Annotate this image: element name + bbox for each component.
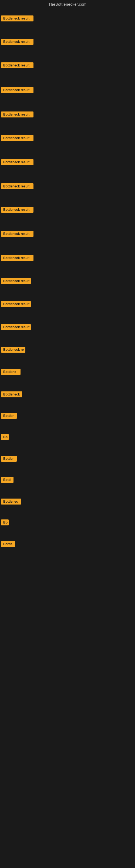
bottleneck-row: Bottleneck result xyxy=(1,16,34,23)
bottleneck-row: Bottleneck result xyxy=(1,87,34,94)
bottleneck-row: Bottleneck result xyxy=(1,62,34,69)
bottleneck-badge[interactable]: Bottleneck result xyxy=(1,62,34,68)
bottleneck-row: Bottle xyxy=(1,541,15,548)
bottleneck-row: Bottleneck result xyxy=(1,231,34,238)
bottleneck-row: Bottleneck result xyxy=(1,39,34,46)
bottleneck-badge[interactable]: Bottleneck result xyxy=(1,301,31,307)
bottleneck-row: Bottleneck result xyxy=(1,301,31,308)
bottleneck-row: Bottleneck result xyxy=(1,278,31,285)
bottleneck-row: Bottlene xyxy=(1,369,20,376)
bottleneck-badge[interactable]: Bottle xyxy=(1,541,15,547)
bottleneck-badge[interactable]: Bottlenec xyxy=(1,499,21,504)
bottleneck-row: Bottl xyxy=(1,477,13,484)
bottleneck-badge[interactable]: Bottleneck result xyxy=(1,135,34,141)
bottleneck-row: Bottleneck result xyxy=(1,159,34,166)
bottleneck-row: Bottleneck result xyxy=(1,207,34,214)
bottleneck-badge[interactable]: Bottler xyxy=(1,413,17,419)
bottleneck-row: Bottleneck re xyxy=(1,347,26,354)
bottleneck-badge[interactable]: Bottleneck result xyxy=(1,87,34,93)
site-title: TheBottlenecker.com xyxy=(0,0,135,9)
bottleneck-row: Bottleneck result xyxy=(1,324,31,331)
bottleneck-badge[interactable]: Bottleneck xyxy=(1,392,22,397)
bottleneck-row: Bottleneck result xyxy=(1,183,34,190)
bottleneck-badge[interactable]: Bottleneck result xyxy=(1,278,31,284)
bottleneck-row: Bottler xyxy=(1,456,17,463)
bottleneck-row: Bottleneck result xyxy=(1,112,34,119)
bottleneck-badge[interactable]: Bottlene xyxy=(1,369,20,375)
bottleneck-row: Bottleneck result xyxy=(1,255,34,262)
bottleneck-row: Bottleneck result xyxy=(1,135,34,142)
bottleneck-badge[interactable]: Bottleneck result xyxy=(1,207,34,213)
bottleneck-badge[interactable]: Bottl xyxy=(1,477,13,483)
bottleneck-badge[interactable]: Bottleneck re xyxy=(1,347,26,352)
bottleneck-badge[interactable]: Bo xyxy=(1,434,9,440)
bottleneck-badge[interactable]: Bottleneck result xyxy=(1,183,34,189)
bottleneck-row: Bottleneck xyxy=(1,392,22,399)
bottleneck-row: Bo xyxy=(1,434,9,441)
bottleneck-badge[interactable]: Bottleneck result xyxy=(1,255,34,261)
bottleneck-row: Bottler xyxy=(1,413,17,420)
bottleneck-badge[interactable]: Bottleneck result xyxy=(1,324,31,330)
bottleneck-row: Bo xyxy=(1,520,9,527)
page-wrapper: TheBottlenecker.com Bottleneck resultBot… xyxy=(0,0,135,868)
bottleneck-badge[interactable]: Bottleneck result xyxy=(1,112,34,118)
bottleneck-row: Bottlenec xyxy=(1,499,21,506)
bottleneck-badge[interactable]: Bottleneck result xyxy=(1,39,34,45)
bottleneck-badge[interactable]: Bo xyxy=(1,520,9,525)
bottleneck-badge[interactable]: Bottler xyxy=(1,456,17,462)
bottleneck-badge[interactable]: Bottleneck result xyxy=(1,16,34,22)
bottleneck-badge[interactable]: Bottleneck result xyxy=(1,159,34,165)
bottleneck-badge[interactable]: Bottleneck result xyxy=(1,231,34,237)
